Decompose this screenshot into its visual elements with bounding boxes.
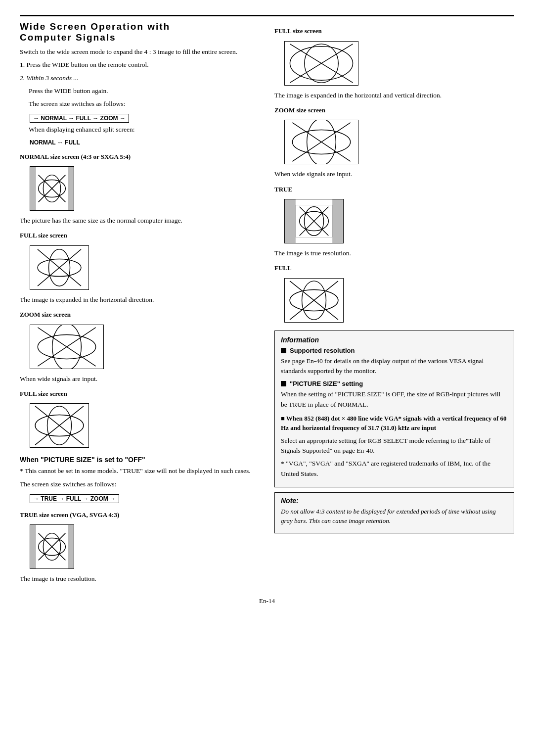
true-label: TRUE [274,185,514,194]
zoom-size-desc: When wide signals are input. [274,169,514,179]
full-size-diagram2 [20,400,260,451]
step2: 2. Within 3 seconds ... [20,73,260,83]
step2c: The screen size switches as follows: [29,99,260,109]
zoom-size-diagram1 [20,322,260,372]
zoom-size-label: ZOOM size screen [274,105,514,115]
full-screen-svg1 [30,246,89,289]
black-square-1 [281,348,286,353]
black-square-2 [281,381,286,386]
full-size-desc1: The image is expanded in the horizontal … [20,295,260,305]
page-container: Wide Screen Operation with Computer Sign… [20,15,514,605]
supported-resolution-title: Supported resolution [281,347,508,354]
full-screen-svg-wrap2 [30,403,89,448]
note-box: Note: Do not allow 4:3 content to be dis… [274,492,514,533]
wide-signal-title: ■ When 852 (848) dot × 480 line wide VGA… [281,414,508,433]
intro-text: Switch to the wide screen mode to expand… [20,47,260,57]
normal-full-zoom-arrow: → NORMAL → FULL → ZOOM → [30,114,129,123]
full-screen-top-svg-wrap [284,41,358,86]
normal-full-label: NORMAL ↔ FULL [30,138,260,147]
full-diagram-right [274,275,514,326]
picture-size-text: When the setting of "PICTURE SIZE" is OF… [281,389,508,410]
page-title: Wide Screen Operation with Computer Sign… [20,21,260,43]
normal-screen-svg-wrap [30,166,74,211]
note-text: Do not allow 4:3 content to be displayed… [281,507,508,526]
page-number: En-14 [20,597,514,605]
svg-rect-33 [332,199,343,243]
note-title: Note: [281,497,508,505]
full-size-diagram1 [20,242,260,293]
normal-size-desc: The picture has the same size as the nor… [20,216,260,226]
top-border [20,15,514,16]
full-screen-svg2 [30,404,89,447]
full-size-label-top: FULL size screen [274,26,514,36]
wide-signal-text: Select an appropriate setting for RGB SE… [281,436,508,456]
when-off-title: When "PICTURE SIZE" is set to "OFF" [20,456,260,464]
true-full-zoom-arrow: → TRUE → FULL → ZOOM → [30,494,119,503]
left-column: Wide Screen Operation with Computer Sign… [20,21,260,587]
true-desc: The image is true resolution. [274,248,514,258]
zoom-screen-svg-wrap [284,120,358,164]
true-screen-svg [30,525,74,568]
enhanced-text: When displaying enhanced split screen: [29,125,260,135]
true-diagram-right [274,196,514,246]
full-size-label1: FULL size screen [20,231,260,240]
true-screen-right-svg [285,199,343,243]
true-screen-right-svg-wrap [284,199,344,243]
svg-rect-19 [68,525,74,568]
step2b: Press the WIDE button again. [29,86,260,96]
right-column: FULL size screen The image is expanded i… [274,21,514,587]
zoom-size-desc1: When wide signals are input. [20,374,260,384]
when-off-switches: The screen size switches as follows: [20,479,260,489]
supported-resolution-text: See page En-40 for details on the displa… [281,356,508,377]
info-box-title: Information [281,336,508,344]
trademark-text: * "VGA", "SVGA" and "SXGA" are registere… [281,459,508,479]
when-off-note: * This cannot be set in some models. "TR… [20,466,260,476]
full-label: FULL [274,263,514,273]
step1: 1. Press the WIDE button on the remote c… [20,60,260,70]
true-size-desc: The image is true resolution. [20,574,260,584]
full-screen-right-svg [285,279,343,322]
full-size-desc-top: The image is expanded in the horizontal … [274,91,514,100]
zoom-screen-svg1 [30,325,103,369]
two-col-layout: Wide Screen Operation with Computer Sign… [20,21,514,587]
normal-screen-svg [30,167,74,210]
svg-rect-1 [68,167,74,210]
normal-size-diagram [20,163,260,214]
full-size-label2: FULL size screen [20,389,260,399]
zoom-size-diagram [274,117,514,167]
zoom-size-label1: ZOOM size screen [20,310,260,320]
full-screen-svg-wrap1 [30,245,89,290]
svg-rect-18 [30,525,36,568]
zoom-screen-svg-wrap1 [30,325,104,369]
true-size-label: TRUE size screen (VGA, SVGA 4:3) [20,510,260,520]
full-size-diagram-top [274,38,514,89]
full-screen-right-svg-wrap [284,278,344,323]
true-screen-svg-wrap [30,524,74,569]
picture-size-title: "PICTURE SIZE" setting [281,380,508,387]
full-screen-top-svg [285,42,358,85]
info-box: Information Supported resolution See pag… [274,331,514,487]
true-size-diagram [20,521,260,572]
svg-rect-32 [285,199,296,243]
svg-rect-0 [30,167,36,210]
zoom-screen-svg [285,120,358,164]
normal-size-label: NORMAL size screen (4:3 or SXGA 5:4) [20,152,260,162]
